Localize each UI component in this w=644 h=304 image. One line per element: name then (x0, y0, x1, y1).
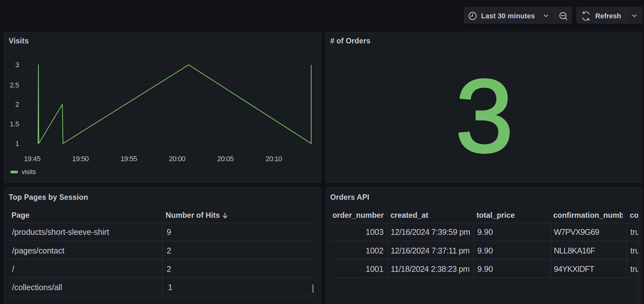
svg-text:19:45: 19:45 (24, 155, 41, 163)
svg-text:1.5: 1.5 (10, 120, 19, 128)
svg-text:3: 3 (15, 61, 19, 69)
svg-text:20:05: 20:05 (217, 155, 234, 163)
svg-text:19:50: 19:50 (72, 155, 89, 163)
svg-text:1: 1 (15, 140, 19, 148)
svg-text:20:00: 20:00 (169, 155, 186, 163)
svg-text:20:10: 20:10 (265, 155, 282, 163)
svg-text:2: 2 (15, 101, 19, 108)
svg-text:2.5: 2.5 (10, 81, 19, 89)
svg-text:visits: visits (22, 168, 36, 175)
svg-text:19:55: 19:55 (120, 155, 137, 163)
